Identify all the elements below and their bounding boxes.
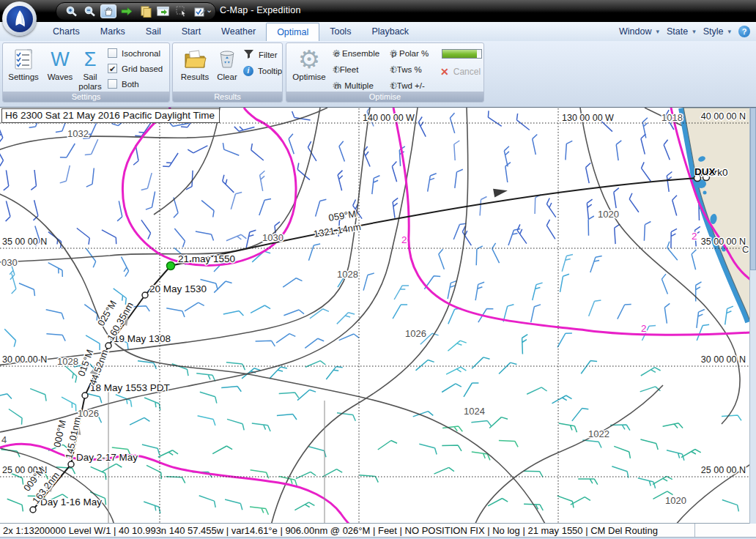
- wind-barb: [516, 114, 529, 130]
- wind-barb: [525, 171, 532, 191]
- wind-barb: [442, 384, 462, 393]
- wind-barb: [141, 220, 151, 239]
- window-menu[interactable]: Window▾: [619, 26, 659, 37]
- style-menu[interactable]: Style▾: [703, 26, 731, 37]
- select-cursor-icon[interactable]: [174, 4, 190, 18]
- zoom-out-icon[interactable]: [82, 4, 98, 18]
- map-scrollbar-thumb[interactable]: [750, 108, 756, 270]
- wind-barb: [226, 234, 247, 240]
- app-logo-icon[interactable]: [2, 1, 37, 36]
- wind-barb: [158, 450, 178, 458]
- coast-label: C: [742, 244, 749, 255]
- wind-barb: [631, 419, 651, 426]
- multiple-option[interactable]: ⚙mMultiple: [332, 80, 374, 92]
- clear-button[interactable]: Clear: [210, 46, 245, 92]
- wind-barb: [631, 303, 637, 324]
- forward-arrow-icon[interactable]: [119, 4, 135, 18]
- wind-barb: [587, 199, 592, 219]
- twd-option[interactable]: ⚙tTwd +/-: [389, 80, 425, 92]
- wind-barb: [409, 477, 429, 482]
- tab-sail[interactable]: Sail: [136, 23, 171, 41]
- wind-barb: [326, 367, 342, 379]
- map-scrollbar[interactable]: [749, 108, 756, 524]
- zoom-in-icon[interactable]: [64, 4, 80, 18]
- wind-barb: [572, 409, 589, 421]
- wind-barb: [387, 338, 401, 352]
- menu-bar: Charts Marks Sail Start Weather Optimal …: [0, 22, 756, 42]
- tab-weather[interactable]: Weather: [211, 23, 266, 41]
- sail-polars-button[interactable]: Σ Sail polars: [74, 46, 106, 92]
- ensemble-option[interactable]: ⚙eEnsemble: [332, 48, 379, 59]
- cancel-button[interactable]: ✕ Cancel: [440, 66, 481, 78]
- wind-barb: [353, 442, 374, 448]
- tab-marks[interactable]: Marks: [90, 23, 136, 41]
- wind-barb: [6, 201, 10, 221]
- wind-barb: [4, 329, 15, 346]
- wind-barb: [522, 243, 528, 264]
- wind-barb: [662, 274, 667, 294]
- settings-button[interactable]: Settings: [6, 46, 41, 92]
- wind-barb: [523, 360, 537, 375]
- wind-barb: [221, 387, 241, 392]
- wind-barb: [618, 304, 631, 319]
- wind-barb: [196, 373, 215, 382]
- wind-barb: [419, 444, 437, 454]
- wind-barb: [185, 302, 204, 311]
- notes-icon[interactable]: [137, 4, 153, 18]
- tab-start[interactable]: Start: [171, 23, 211, 41]
- wind-barb: [589, 300, 601, 316]
- wind-barb: [130, 417, 149, 425]
- wind-barb: [381, 478, 401, 483]
- wind-barb: [166, 308, 185, 317]
- tws-pct-option[interactable]: ⚙tTws %: [389, 64, 422, 75]
- optimise-button[interactable]: ⚙ Optimise: [289, 46, 329, 92]
- qat-expand-icon[interactable]: ⌄: [206, 5, 212, 15]
- state-menu[interactable]: State▾: [667, 26, 696, 37]
- send-to-window-icon[interactable]: [155, 4, 171, 18]
- filter-icon: [243, 49, 254, 61]
- wind-barb: [260, 171, 265, 190]
- both-checkbox[interactable]: Both: [108, 79, 163, 89]
- route-waypoint[interactable]: [30, 507, 36, 513]
- wind-barb: [146, 192, 155, 210]
- route-waypoint[interactable]: [82, 393, 88, 398]
- tooltip-button[interactable]: i Tooltip: [243, 66, 282, 76]
- wind-barb: [25, 338, 41, 351]
- route-waypoint[interactable]: [142, 292, 148, 298]
- isobar-label: 1032: [67, 128, 89, 139]
- chart-area[interactable]: 40 00 00 N35 00 00 N35 00 00 N30 00 00 N…: [0, 107, 756, 523]
- route-waypoint[interactable]: [68, 461, 74, 467]
- fleet-option[interactable]: ⚙fFleet: [332, 64, 358, 75]
- results-button[interactable]: Results: [177, 46, 212, 92]
- polar-pct-option[interactable]: ⚙pPolar %: [389, 48, 429, 59]
- tab-playback[interactable]: Playback: [361, 23, 419, 41]
- grid-based-checkbox[interactable]: ✔ Grid based: [108, 64, 163, 73]
- tab-tools[interactable]: Tools: [319, 23, 361, 41]
- wind-barb: [494, 381, 511, 393]
- route-waypoint[interactable]: [105, 343, 111, 349]
- waves-button[interactable]: W Waves: [42, 46, 78, 92]
- wind-barb: [270, 437, 289, 445]
- wind-barb: [522, 335, 528, 354]
- wind-barb: [385, 394, 405, 401]
- coastline-layer: [683, 108, 750, 321]
- wind-barb: [438, 191, 446, 211]
- wind-barb: [560, 274, 570, 292]
- wind-barb: [464, 142, 475, 160]
- wind-barb: [162, 420, 182, 425]
- tab-charts[interactable]: Charts: [42, 23, 90, 41]
- wind-barb: [227, 419, 244, 430]
- routing-mode-checkboxes: Isochronal ✔ Grid based Both: [108, 48, 163, 89]
- isochronal-checkbox[interactable]: Isochronal: [108, 48, 163, 58]
- wind-barb: [467, 499, 487, 505]
- wind-barb: [9, 409, 22, 425]
- current-position-dot[interactable]: [167, 262, 175, 270]
- wind-barb: [19, 283, 35, 296]
- wind-barb: [442, 445, 462, 451]
- wind-barb: [209, 124, 229, 133]
- pan-hand-icon[interactable]: [100, 4, 116, 18]
- title-bar[interactable]: ⌄ C-Map - Expedition: [0, 0, 756, 22]
- help-icon[interactable]: ?: [738, 26, 750, 37]
- filter-button[interactable]: Filter: [243, 49, 278, 61]
- tab-optimal[interactable]: Optimal: [266, 23, 319, 41]
